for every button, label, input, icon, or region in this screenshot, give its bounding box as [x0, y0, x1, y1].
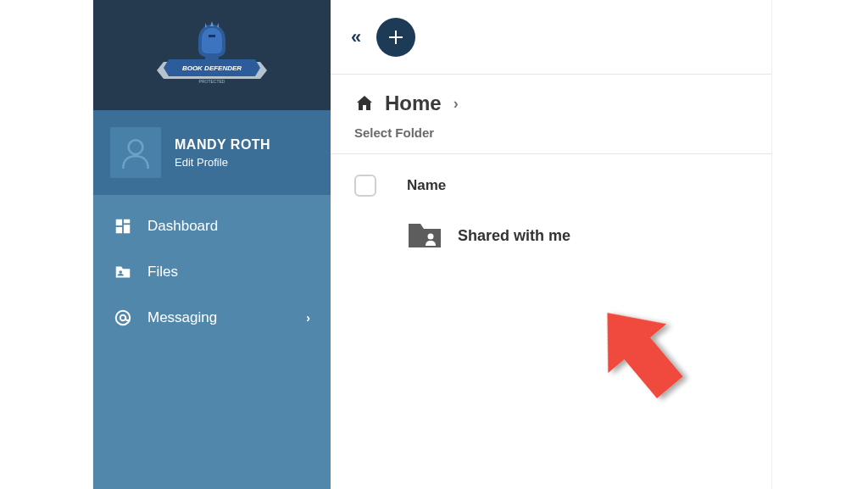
svg-point-8: [119, 270, 122, 274]
sidebar-item-dashboard[interactable]: Dashboard: [93, 203, 331, 249]
svg-point-11: [428, 234, 434, 240]
sidebar-item-label: Messaging: [147, 309, 217, 326]
topbar: «: [331, 0, 771, 75]
sidebar-item-files[interactable]: Files: [93, 249, 331, 295]
list-header: Name: [354, 166, 748, 212]
sidebar-nav: Dashboard Files Messaging ›: [93, 195, 331, 349]
main-content: « Home › Select Folder Name: [331, 0, 771, 489]
chevron-right-icon: ›: [306, 311, 310, 325]
at-sign-icon: [114, 308, 132, 327]
sidebar-item-messaging[interactable]: Messaging ›: [93, 295, 331, 341]
svg-point-9: [116, 311, 131, 325]
svg-rect-5: [124, 219, 130, 224]
svg-rect-0: [209, 35, 215, 37]
brand-ribbon: BOOK DEFENDER PROTECTED: [157, 59, 267, 85]
profile-text: MANDY ROTH Edit Profile: [175, 137, 270, 169]
list-item[interactable]: Shared with me: [354, 212, 748, 259]
sidebar: BOOK DEFENDER PROTECTED MANDY ROTH Edit …: [93, 0, 331, 489]
svg-rect-7: [116, 227, 122, 233]
folder-user-icon: [114, 263, 132, 281]
folder-name: Shared with me: [458, 227, 570, 245]
brand-top-text: BOOK DEFENDER: [182, 64, 242, 72]
profile-name: MANDY ROTH: [175, 137, 270, 153]
dashboard-icon: [114, 217, 132, 236]
svg-point-3: [129, 140, 143, 154]
chevron-right-icon: ›: [453, 95, 459, 113]
sidebar-logo-area: BOOK DEFENDER PROTECTED: [93, 0, 331, 110]
brand-bottom-text: PROTECTED: [199, 79, 225, 84]
profile-block[interactable]: MANDY ROTH Edit Profile: [93, 110, 331, 195]
user-silhouette-icon: [118, 135, 153, 170]
svg-rect-6: [124, 225, 130, 233]
brand-logo: BOOK DEFENDER PROTECTED: [148, 17, 275, 93]
sidebar-item-label: Dashboard: [147, 218, 218, 235]
breadcrumb[interactable]: Home ›: [354, 92, 748, 115]
sidebar-item-label: Files: [147, 264, 178, 281]
add-button[interactable]: [376, 18, 415, 57]
avatar: [110, 127, 161, 178]
column-header-name[interactable]: Name: [407, 177, 446, 194]
svg-rect-4: [116, 219, 122, 225]
app-frame: BOOK DEFENDER PROTECTED MANDY ROTH Edit …: [93, 0, 771, 489]
plus-icon: [386, 27, 406, 47]
breadcrumb-subtitle: Select Folder: [354, 125, 748, 140]
edit-profile-link[interactable]: Edit Profile: [175, 156, 270, 169]
home-icon: [354, 93, 375, 114]
select-all-checkbox[interactable]: [354, 175, 376, 197]
breadcrumb-area: Home › Select Folder: [331, 75, 771, 154]
collapse-sidebar-button[interactable]: «: [351, 26, 361, 48]
folder-list: Name Shared with me: [331, 154, 771, 271]
breadcrumb-title: Home: [385, 92, 442, 115]
shared-folder-icon: [407, 220, 442, 251]
